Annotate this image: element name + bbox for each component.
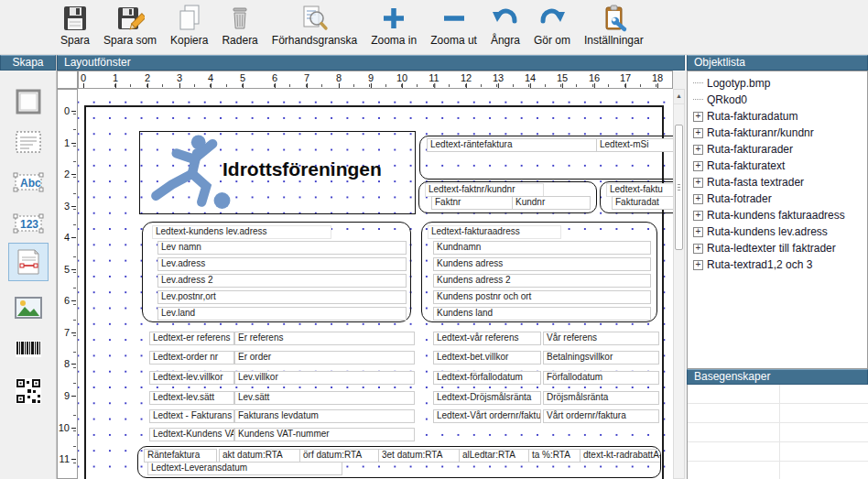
tree-item-fakturarader[interactable]: Ruta-fakturarader — [688, 141, 867, 158]
tree-item-kundens-lev-adress[interactable]: Ruta-kundens lev.adress — [688, 223, 867, 240]
tree-item-qrkod[interactable]: QRkod0 — [688, 92, 867, 108]
faktnr-kundnr-label[interactable]: Ledtext-faktnr/kundnr — [425, 183, 544, 197]
tree-item-ledtexter-faktrader[interactable]: Ruta-ledtexter till faktrader — [688, 240, 867, 256]
tool-text-field[interactable]: Abc — [8, 163, 49, 201]
tree-item-fakturanr-kundnr[interactable]: Ruta-fakturanr/kundnr — [688, 125, 867, 141]
expand-icon[interactable] — [693, 161, 703, 171]
ref-label[interactable]: Ledtext-lev.villkor — [149, 371, 234, 385]
ref-label[interactable]: Ledtext-lev.sätt — [149, 391, 234, 405]
tool-invoice-rows[interactable] — [8, 243, 49, 281]
ref-label[interactable]: Ledtext-er referens — [149, 332, 234, 345]
lev-postnr-field[interactable]: Lev.postnr,ort — [157, 290, 407, 304]
tool-number-field[interactable]: 123 — [8, 204, 49, 243]
kundnamn-field[interactable]: Kundnamn — [433, 241, 651, 255]
settings-button[interactable]: Inställningar — [584, 0, 644, 47]
tree-item-fasta-textrader[interactable]: Ruta-fasta textrader — [688, 174, 867, 191]
preview-button[interactable]: Förhandsgranska — [272, 0, 357, 47]
expand-icon[interactable] — [693, 145, 703, 155]
save-as-button[interactable]: Spara som — [103, 0, 157, 47]
tool-text-area[interactable] — [8, 123, 49, 161]
fakturadatum-field[interactable]: Fakturadat — [612, 196, 673, 210]
lev-adress-label[interactable]: Ledtext-kundens lev.adress — [152, 225, 331, 239]
expand-icon[interactable] — [693, 211, 703, 221]
footer-segment[interactable]: ta %:RTA — [528, 449, 583, 463]
kundens-adress-field[interactable]: Kundens adress — [433, 257, 651, 271]
ref-value[interactable]: Vårt ordernr/faktura — [543, 409, 659, 423]
lev-adress2-field[interactable]: Lev.adress 2 — [157, 274, 407, 288]
ref-value[interactable]: Er order — [234, 351, 415, 365]
ref-value[interactable]: Vår referens — [543, 332, 659, 345]
ref-value[interactable]: Betalningsvillkor — [543, 351, 659, 365]
zoom-in-button[interactable]: Zooma in — [371, 0, 417, 47]
ref-label[interactable]: Ledtext - Fakturans lev — [149, 409, 234, 423]
ref-value[interactable]: Er referens — [234, 332, 415, 345]
logo-object[interactable]: Idrottsföreningen — [139, 131, 416, 214]
tree-item-fakturatext[interactable]: Ruta-fakturatext — [688, 158, 867, 174]
footer-segment[interactable]: dtext-kt-radrabattA-R.Ledtext- — [580, 449, 661, 463]
lev-namn-field[interactable]: Lev namn — [157, 241, 407, 255]
fakturadatum-box[interactable]: Ledtext-faktu Fakturadat — [600, 181, 673, 213]
kundens-postnr-field[interactable]: Kundens postnr och ort — [433, 290, 651, 304]
footer-segment[interactable]: 3et datum:RTA — [378, 449, 462, 463]
msi-label[interactable]: Ledtext-mSi — [596, 138, 673, 152]
expand-icon[interactable] — [693, 260, 703, 270]
save-button[interactable]: Spara — [60, 0, 90, 47]
scroll-up-button[interactable]: ▲ — [674, 90, 684, 104]
zoom-out-button[interactable]: Zooma ut — [430, 0, 477, 47]
kundens-land-field[interactable]: Kundens land — [433, 307, 651, 321]
expand-icon[interactable] — [693, 128, 703, 138]
tool-barcode[interactable] — [8, 330, 49, 368]
vertical-scrollbar[interactable]: ▲ — [673, 89, 685, 479]
ref-label[interactable]: Ledtext-Kundens VAT — [149, 428, 234, 441]
footer-box[interactable]: Räntefaktura akt datum:RTA örf datum:RTA… — [137, 446, 661, 478]
rantefaktura-box[interactable]: Ledtext-räntefaktura Ledtext-mSi — [419, 136, 673, 180]
tree-item-fakturadatum[interactable]: Ruta-fakturadatum — [688, 108, 867, 125]
tool-qrcode[interactable] — [8, 372, 49, 410]
lev-adress-box[interactable]: Ledtext-kundens lev.adress Lev namn Lev.… — [142, 222, 411, 322]
faktnr-field[interactable]: Faktnr — [431, 196, 513, 210]
scrollbar-thumb[interactable] — [675, 125, 683, 250]
tree-item-kundens-fakturaadress[interactable]: Ruta-kundens fakturaadress — [688, 207, 867, 223]
faktura-adress-box[interactable]: Ledtext-fakturaadress Kundnamn Kundens a… — [421, 222, 657, 322]
tree-item-textrad123[interactable]: Ruta-textrad1,2 och 3 — [688, 256, 867, 273]
tree-item-fotrader[interactable]: Ruta-fotrader — [688, 191, 867, 207]
footer-segment[interactable]: alLedtar:RTA — [459, 449, 532, 463]
ref-value[interactable]: Förfallodatum — [543, 371, 659, 385]
lev-land-field[interactable]: Lev.land — [157, 307, 407, 321]
ref-label[interactable]: Ledtext-order nr — [149, 351, 234, 365]
copy-button[interactable]: Kopiera — [170, 0, 208, 47]
faktnr-kundnr-box[interactable]: Ledtext-faktnr/kundnr Faktnr Kundnr — [418, 181, 597, 213]
ref-value[interactable]: Dröjsmålsränta — [543, 391, 659, 405]
ref-value[interactable]: Kundens VAT-nummer — [234, 428, 415, 441]
kundnr-field[interactable]: Kundnr — [512, 196, 591, 210]
undo-button[interactable]: Ångra — [491, 0, 520, 47]
faktura-adress-label[interactable]: Ledtext-fakturaadress — [428, 225, 561, 239]
ref-value[interactable]: Lev.villkor — [234, 371, 415, 385]
tool-rectangle[interactable] — [8, 82, 49, 121]
delete-button[interactable]: Radera — [222, 0, 257, 47]
redo-button[interactable]: Gör om — [534, 0, 570, 47]
tool-image[interactable] — [8, 288, 49, 327]
design-canvas[interactable]: Idrottsföreningen Ledtext-räntefaktura L… — [78, 89, 673, 479]
leveransdatum-field[interactable]: Ledtext-Leveransdatum — [147, 462, 342, 475]
rantefaktura-label[interactable]: Ledtext-räntefaktura — [427, 138, 599, 152]
lev-adress-field[interactable]: Lev.adress — [157, 257, 407, 271]
expand-icon[interactable] — [693, 178, 703, 188]
kundens-adress2-field[interactable]: Kundens adress 2 — [433, 274, 651, 288]
ref-label[interactable]: Ledtext-vår referens — [433, 332, 541, 345]
ref-value[interactable]: Lev.sätt — [234, 391, 415, 405]
tree-item-logotyp[interactable]: Logotyp.bmp — [688, 75, 867, 92]
footer-segment[interactable]: örf datum:RTA — [299, 449, 382, 463]
expand-icon[interactable] — [693, 227, 703, 237]
fakturadatum-label[interactable]: Ledtext-faktu — [606, 183, 673, 197]
footer-segment[interactable]: Räntefaktura — [144, 449, 217, 463]
ref-label[interactable]: Ledtext-Vårt ordernr/faktur — [433, 409, 541, 423]
expand-icon[interactable] — [693, 244, 703, 254]
ref-label[interactable]: Ledtext-bet.villkor — [433, 351, 541, 365]
expand-icon[interactable] — [693, 112, 703, 122]
footer-segment[interactable]: akt datum:RTA — [219, 449, 303, 463]
ref-value[interactable]: Fakturans levdatum — [234, 409, 415, 423]
ref-label[interactable]: Ledtext-förfallodatum — [433, 371, 541, 385]
ref-label[interactable]: Ledtext-Dröjsmålsränta — [433, 391, 541, 405]
expand-icon[interactable] — [693, 194, 703, 204]
